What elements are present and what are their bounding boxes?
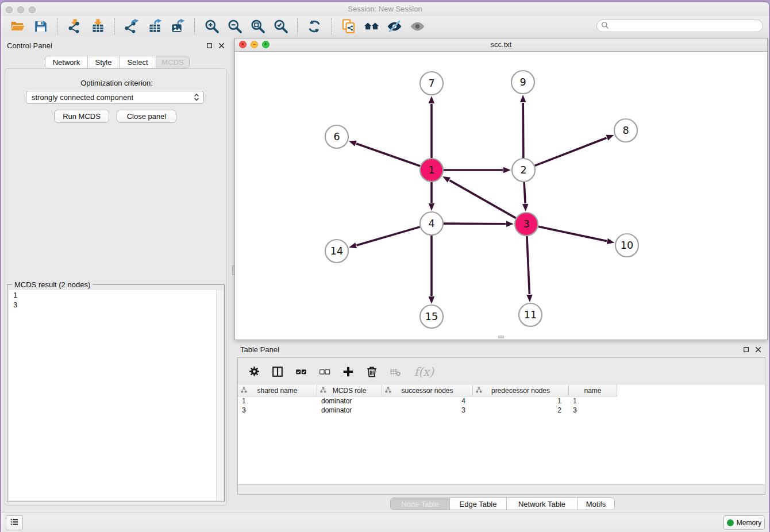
chevron-updown-icon [191,92,202,104]
close-panel-button[interactable]: Close panel [117,110,176,123]
zoom-selected-icon[interactable] [272,18,289,34]
refresh-icon[interactable] [306,18,323,34]
toolbar-group [115,18,194,34]
edge-4-3[interactable] [444,223,506,224]
deselect-all-icon[interactable] [318,365,332,379]
table-panel: Table Panel f(x) shared nameMCDS rolesuc… [234,342,768,512]
show-all-icon[interactable] [409,18,426,34]
zoom-out-icon[interactable] [226,18,243,34]
column-label: MCDS role [333,387,367,395]
arrowhead-4-14 [349,242,357,248]
table-footer [238,484,765,494]
edge-4-14[interactable] [357,227,420,245]
column-header-name[interactable]: name [569,385,617,396]
arrowhead-4-3 [506,221,514,227]
delete-icon[interactable] [365,365,379,379]
hide-selected-icon[interactable] [386,18,403,34]
add-icon[interactable] [341,365,355,379]
network-resize-grip[interactable] [498,336,504,338]
show-columns-icon[interactable] [271,365,284,379]
result-scrollbar[interactable] [216,290,223,500]
node-label-11: 11 [524,309,537,321]
task-history-button[interactable] [6,515,23,530]
edge-1-6[interactable] [356,144,420,166]
delete-table-icon [388,365,402,379]
tab-edge-table[interactable]: Edge Table [450,498,507,510]
run-mcds-button[interactable]: Run MCDS [54,110,109,123]
column-header-predecessor-nodes[interactable]: predecessor nodes [473,385,569,396]
cell-shared-name[interactable]: 1 [238,396,317,406]
edge-3-1[interactable] [449,180,515,218]
edge-2-3[interactable] [524,182,525,203]
cell-name[interactable]: 3 [569,406,617,415]
settings-gear-icon[interactable] [247,365,261,379]
cell-successor-nodes[interactable]: 3 [382,406,473,415]
import-table-icon[interactable] [89,18,106,34]
export-image-icon[interactable] [169,18,186,34]
mcds-result-text[interactable]: 13 [9,290,223,500]
float-panel-icon[interactable] [742,346,750,353]
arrowhead-2-9 [520,95,526,102]
arrowhead-3-11 [526,295,532,302]
list-icon [9,516,20,530]
cell-predecessor-nodes[interactable]: 1 [473,396,569,406]
search-field[interactable] [596,20,763,32]
toolbar-group [298,18,331,34]
cell-predecessor-nodes[interactable]: 2 [473,406,569,415]
open-session-icon[interactable] [9,18,26,34]
close-panel-icon[interactable] [754,346,762,353]
zoom-fit-icon[interactable] [249,18,266,34]
node-label-7: 7 [428,78,434,89]
float-panel-icon[interactable] [206,42,213,49]
tab-mcds[interactable]: MCDS [156,56,189,68]
cell-MCDS-role[interactable]: dominator [317,406,382,415]
save-session-icon[interactable] [32,18,49,34]
tree-icon [241,387,247,395]
node-label-14: 14 [330,245,343,257]
edge-3-11[interactable] [527,236,529,294]
column-label: predecessor nodes [491,387,550,395]
control-panel-buttons [206,42,225,49]
new-network-from-selection-icon[interactable] [340,18,357,34]
tab-network-table[interactable]: Network Table [507,498,578,510]
network-canvas[interactable]: 7968124314101511 [235,51,767,340]
network-window-titlebar[interactable]: × − + scc.txt [235,38,767,52]
cell-successor-nodes[interactable]: 4 [382,396,473,406]
import-network-icon[interactable] [66,18,83,34]
app-titlebar: Session: New Session [1,2,769,17]
tab-style[interactable]: Style [88,56,120,68]
node-label-15: 15 [425,311,438,322]
select-all-icon[interactable] [294,365,308,379]
zoom-in-icon[interactable] [203,18,220,34]
cell-shared-name[interactable]: 3 [238,406,317,415]
arrowhead-1-7 [429,96,434,103]
edge-2-9[interactable] [523,103,523,158]
edge-2-8[interactable] [535,138,607,165]
column-header-successor-nodes[interactable]: successor nodes [382,385,473,396]
close-panel-icon[interactable] [218,42,225,49]
cell-MCDS-role[interactable]: dominator [317,396,382,406]
column-header-shared-name[interactable]: shared name [238,385,317,396]
search-input[interactable] [611,21,757,30]
tab-select[interactable]: Select [120,56,156,68]
criterion-dropdown[interactable]: strongly connected component [26,91,204,104]
arrowhead-2-8 [606,135,614,141]
edge-3-10[interactable] [538,226,607,241]
table-row[interactable]: 1dominator411 [238,396,617,406]
export-network-icon[interactable] [123,18,140,34]
arrowhead-1-2 [503,167,511,173]
memory-button[interactable]: Memory [723,515,765,530]
first-neighbors-icon[interactable] [363,18,380,34]
tab-node-table[interactable]: Node Table [391,498,450,510]
tab-network[interactable]: Network [45,56,88,68]
memory-label: Memory [737,519,761,527]
column-header-MCDS-role[interactable]: MCDS role [317,385,382,396]
table-row[interactable]: 3dominator323 [238,406,617,415]
tab-motifs[interactable]: Motifs [578,498,614,510]
cell-name[interactable]: 1 [569,396,617,406]
column-label: successor nodes [401,387,453,395]
mcds-result-group: MCDS result (2 nodes) 13 [7,284,225,502]
export-table-icon[interactable] [146,18,163,34]
node-label-4: 4 [428,218,434,229]
optimization-criterion-label: Optimization criterion: [1,79,232,87]
